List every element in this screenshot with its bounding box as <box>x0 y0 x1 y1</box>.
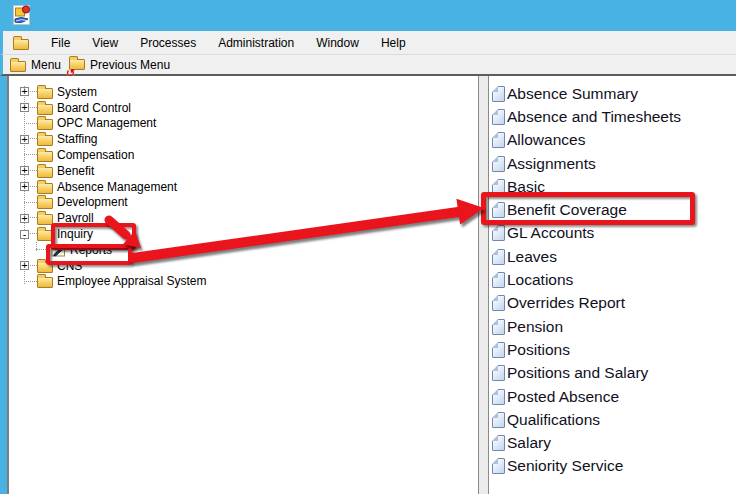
tree-item-payroll[interactable]: + Payroll <box>9 210 478 226</box>
menu-processes[interactable]: Processes <box>140 36 196 50</box>
list-item-label: Qualifications <box>507 411 600 429</box>
list-item-positions-and-salary[interactable]: Positions and Salary <box>489 362 736 385</box>
title-bar <box>0 0 736 31</box>
tree-item-cns[interactable]: + CNS <box>9 258 478 274</box>
tree-item-development[interactable]: Development <box>9 195 478 211</box>
document-icon <box>492 132 505 148</box>
document-icon <box>492 249 505 265</box>
folder-icon <box>37 230 53 241</box>
list-item-positions[interactable]: Positions <box>489 338 736 361</box>
folder-icon <box>37 135 53 146</box>
list-item-allowances[interactable]: Allowances <box>489 129 736 152</box>
tree-item-benefit[interactable]: + Benefit <box>9 163 478 179</box>
tree-item-label: Board Control <box>57 101 131 115</box>
menu-button[interactable]: Menu <box>6 56 65 74</box>
list-item-pension[interactable]: Pension <box>489 315 736 338</box>
panel-splitter[interactable] <box>478 76 489 494</box>
document-icon <box>492 342 505 358</box>
menu-bar: File View Processes Administration Windo… <box>0 31 736 55</box>
expand-toggle-icon[interactable]: + <box>20 214 29 223</box>
tree-item-employee-appraisal-system[interactable]: Employee Appraisal System <box>9 274 478 290</box>
document-icon <box>492 295 505 311</box>
folder-icon <box>37 262 53 273</box>
document-icon <box>492 202 505 218</box>
menu-help[interactable]: Help <box>381 36 406 50</box>
list-item-assignments[interactable]: Assignments <box>489 152 736 175</box>
tree-item-system[interactable]: + System <box>9 84 478 100</box>
document-icon <box>492 389 505 405</box>
list-item-label: Absence and Timesheets <box>507 108 681 126</box>
list-item-label: GL Accounts <box>507 224 594 242</box>
tree-item-staffing[interactable]: + Staffing <box>9 131 478 147</box>
tree-item-label: Compensation <box>57 148 134 162</box>
list-item-absence-and-timesheets[interactable]: Absence and Timesheets <box>489 105 736 128</box>
menu-administration[interactable]: Administration <box>218 36 294 50</box>
menu-window[interactable]: Window <box>316 36 359 50</box>
expand-toggle-icon[interactable]: + <box>20 135 29 144</box>
list-item-label: Benefit Coverage <box>507 201 627 219</box>
tree-item-label: Benefit <box>57 164 94 178</box>
navigation-tree-panel: + System + Board Control OPC Management … <box>9 76 478 494</box>
list-item-label: Salary <box>507 434 551 452</box>
list-item-label: Basic <box>507 178 545 196</box>
list-item-qualifications[interactable]: Qualifications <box>489 408 736 431</box>
expand-toggle-icon[interactable]: + <box>20 261 29 270</box>
folder-icon <box>37 151 53 162</box>
list-item-posted-absence[interactable]: Posted Absence <box>489 385 736 408</box>
folder-icon <box>37 88 53 99</box>
document-icon <box>492 412 505 428</box>
tree-item-label: CNS <box>57 259 82 273</box>
document-icon <box>492 272 505 288</box>
previous-menu-button-label: Previous Menu <box>90 58 170 72</box>
list-item-basic[interactable]: Basic <box>489 175 736 198</box>
tree-item-label: OPC Management <box>57 116 156 130</box>
tree-item-absence-management[interactable]: + Absence Management <box>9 179 478 195</box>
document-icon <box>492 435 505 451</box>
list-item-label: Locations <box>507 271 573 289</box>
list-item-salary[interactable]: Salary <box>489 431 736 454</box>
list-item-gl-accounts[interactable]: GL Accounts <box>489 222 736 245</box>
folder-icon <box>37 198 53 209</box>
tool-bar: Menu ↺ Previous Menu <box>0 55 736 76</box>
expand-toggle-icon[interactable]: + <box>20 103 29 112</box>
list-item-label: Positions <box>507 341 570 359</box>
document-icon <box>492 86 505 102</box>
main-content: + System + Board Control OPC Management … <box>0 76 736 494</box>
report-icon <box>51 244 66 257</box>
tree-item-label: Employee Appraisal System <box>57 274 206 288</box>
tree-item-reports[interactable]: Reports <box>9 242 478 258</box>
previous-menu-button[interactable]: ↺ Previous Menu <box>65 56 174 74</box>
list-item-leaves[interactable]: Leaves <box>489 245 736 268</box>
list-item-seniority-service[interactable]: Seniority Service <box>489 455 736 478</box>
list-item-overrides-report[interactable]: Overrides Report <box>489 292 736 315</box>
list-item-label: Assignments <box>507 155 596 173</box>
folder-icon <box>37 119 53 130</box>
menu-button-label: Menu <box>31 58 61 72</box>
application-window: File View Processes Administration Windo… <box>0 0 736 496</box>
folder-icon <box>13 39 29 50</box>
list-item-locations[interactable]: Locations <box>489 268 736 291</box>
collapse-toggle-icon[interactable]: - <box>20 230 29 239</box>
document-icon <box>492 458 505 474</box>
expand-toggle-icon[interactable]: + <box>20 166 29 175</box>
menu-file[interactable]: File <box>51 36 70 50</box>
folder-icon <box>37 183 53 194</box>
folder-icon <box>10 61 26 72</box>
tree-item-board-control[interactable]: + Board Control <box>9 100 478 116</box>
document-icon <box>492 179 505 195</box>
folder-icon <box>37 214 53 225</box>
menu-view[interactable]: View <box>92 36 118 50</box>
tree-item-compensation[interactable]: Compensation <box>9 147 478 163</box>
tree-item-opc-management[interactable]: OPC Management <box>9 116 478 132</box>
list-item-absence-summary[interactable]: Absence Summary <box>489 82 736 105</box>
list-item-label: Allowances <box>507 131 585 149</box>
tree-item-label: Development <box>57 195 128 209</box>
document-icon <box>492 225 505 241</box>
tree-item-inquiry[interactable]: - Inquiry <box>9 226 478 242</box>
list-item-benefit-coverage[interactable]: Benefit Coverage <box>489 198 736 221</box>
expand-toggle-icon[interactable]: + <box>20 182 29 191</box>
tree-item-label: Reports <box>70 243 112 257</box>
tree-item-label: Absence Management <box>57 180 177 194</box>
expand-toggle-icon[interactable]: + <box>20 87 29 96</box>
list-item-label: Positions and Salary <box>507 364 648 382</box>
